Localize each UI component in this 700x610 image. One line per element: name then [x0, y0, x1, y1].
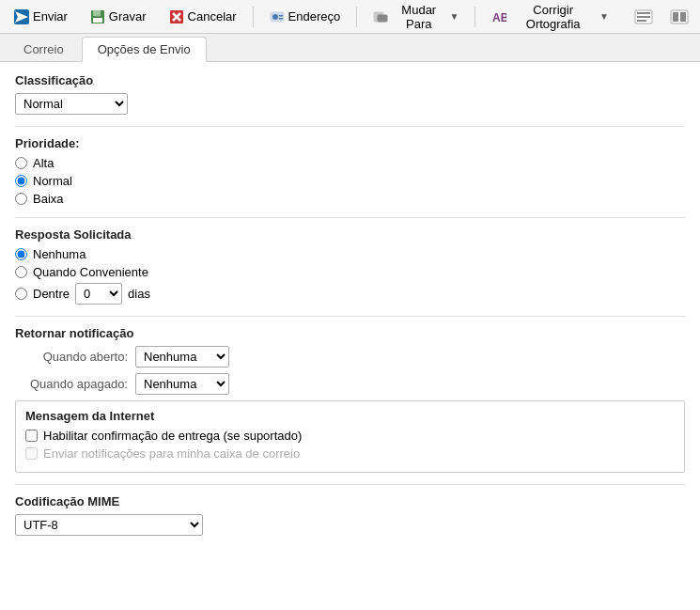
priority-normal-item[interactable]: Normal: [15, 174, 685, 188]
view1-icon: [634, 9, 653, 24]
resposta-dentre-radio[interactable]: [15, 288, 27, 300]
mime-section: Codificação MIME UTF-8 ISO-8859-1 US-ASC…: [15, 494, 685, 536]
tabs-bar: Correio Opções de Envio: [0, 34, 700, 62]
spell-dropdown-arrow: ▼: [599, 11, 609, 22]
priority-alta-item[interactable]: Alta: [15, 156, 685, 170]
resposta-nenhuma-item[interactable]: Nenhuma: [15, 247, 685, 261]
mime-label: Codificação MIME: [15, 494, 685, 508]
tab-correio[interactable]: Correio: [8, 37, 80, 61]
spell-button[interactable]: ABC Corrigir Ortografia ▼: [483, 0, 617, 35]
priority-alta-label: Alta: [33, 156, 54, 170]
toolbar: Enviar Gravar Cancelar: [0, 0, 700, 34]
move-dropdown-arrow: ▼: [449, 11, 459, 22]
priority-baixa-item[interactable]: Baixa: [15, 192, 685, 206]
checkbox-notif-item[interactable]: Enviar notificações para minha caixa de …: [25, 446, 675, 461]
cancel-label: Cancelar: [188, 9, 237, 23]
mime-select[interactable]: UTF-8 ISO-8859-1 US-ASCII ISO-2022-JP: [15, 514, 203, 536]
checkbox-entrega-item[interactable]: Habilitar confirmação de entrega (se sup…: [25, 429, 675, 443]
divider-1: [15, 126, 685, 127]
priority-normal-label: Normal: [33, 174, 72, 188]
resposta-conveniente-item[interactable]: Quando Conveniente: [15, 265, 685, 279]
resposta-nenhuma-radio[interactable]: [15, 248, 27, 260]
view2-icon: [670, 9, 689, 24]
address-button[interactable]: Endereço: [261, 6, 350, 28]
address-icon: [270, 9, 285, 24]
cancel-button[interactable]: Cancelar: [161, 6, 245, 28]
svg-rect-12: [378, 15, 387, 22]
quando-apagado-select[interactable]: Nenhuma Somente Confirmado Somente Abert…: [135, 373, 229, 395]
svg-rect-20: [680, 12, 686, 22]
separator-2: [356, 7, 357, 27]
move-icon: [373, 9, 388, 24]
priority-section: Prioridade: Alta Normal Baixa: [15, 136, 685, 206]
quando-aberto-label: Quando aberto:: [15, 350, 128, 364]
priority-normal-radio[interactable]: [15, 175, 27, 187]
days-label: dias: [128, 287, 150, 301]
resposta-nenhuma-label: Nenhuma: [33, 247, 86, 261]
internet-section: Mensagem da Internet Habilitar confirmaç…: [15, 400, 685, 473]
view2-button[interactable]: [664, 6, 694, 28]
move-label: Mudar Para: [390, 3, 447, 31]
priority-radio-group: Alta Normal Baixa: [15, 156, 685, 206]
spell-label: Corrigir Ortografia: [508, 3, 598, 31]
send-label: Enviar: [33, 9, 68, 23]
svg-rect-17: [637, 20, 646, 22]
svg-rect-15: [637, 12, 650, 14]
checkbox-notif[interactable]: [25, 447, 38, 460]
save-icon: [90, 9, 105, 24]
checkbox-entrega[interactable]: [25, 430, 38, 442]
svg-rect-3: [93, 18, 102, 23]
priority-label: Prioridade:: [15, 136, 685, 150]
classification-label: Classificação: [15, 73, 685, 87]
svg-rect-19: [673, 12, 678, 22]
quando-apagado-label: Quando apagado:: [15, 377, 128, 391]
separator-1: [253, 7, 254, 27]
retornar-aberto-row: Quando aberto: Nenhuma Somente Confirmad…: [15, 346, 685, 368]
resposta-label: Resposta Solicitada: [15, 227, 685, 242]
priority-baixa-radio[interactable]: [15, 193, 27, 205]
divider-2: [15, 217, 685, 218]
divider-4: [15, 484, 685, 485]
svg-text:ABC: ABC: [492, 11, 506, 24]
resposta-conveniente-radio[interactable]: [15, 266, 27, 278]
content-area: Classificação Normal Confidencial Pessoa…: [0, 62, 700, 610]
classification-section: Classificação Normal Confidencial Pessoa…: [15, 73, 685, 115]
move-button[interactable]: Mudar Para ▼: [365, 0, 467, 35]
svg-rect-16: [637, 16, 650, 18]
send-button[interactable]: Enviar: [6, 6, 76, 28]
checkbox-notif-label: Enviar notificações para minha caixa de …: [43, 446, 300, 461]
internet-box-title: Mensagem da Internet: [25, 409, 675, 423]
svg-rect-10: [279, 18, 283, 20]
retornar-section: Retornar notificação Quando aberto: Nenh…: [15, 326, 685, 395]
divider-3: [15, 316, 685, 317]
priority-alta-radio[interactable]: [15, 157, 27, 169]
resposta-dentre-item[interactable]: Dentre: [15, 287, 70, 301]
send-icon: [14, 9, 29, 24]
resposta-conveniente-label: Quando Conveniente: [33, 265, 148, 279]
priority-baixa-label: Baixa: [33, 192, 64, 206]
tab-opcoes-envio[interactable]: Opções de Envio: [82, 37, 207, 62]
days-select[interactable]: 0 1 2 3 7 14 30: [75, 283, 122, 305]
resposta-dentre-row: Dentre 0 1 2 3 7 14 30 dias: [15, 283, 685, 305]
cancel-icon: [169, 9, 184, 24]
resposta-dentre-label: Dentre: [33, 287, 70, 301]
svg-marker-0: [15, 11, 28, 23]
save-button[interactable]: Gravar: [82, 6, 155, 28]
resposta-radio-group: Nenhuma Quando Conveniente Dentre 0 1 2 …: [15, 247, 685, 305]
view1-button[interactable]: [629, 6, 659, 28]
separator-3: [474, 7, 475, 27]
retornar-apagado-row: Quando apagado: Nenhuma Somente Confirma…: [15, 373, 685, 395]
classification-select[interactable]: Normal Confidencial Pessoal Privado: [15, 93, 128, 115]
address-label: Endereço: [288, 9, 341, 23]
svg-rect-2: [93, 10, 101, 16]
save-label: Gravar: [109, 9, 147, 23]
resposta-section: Resposta Solicitada Nenhuma Quando Conve…: [15, 227, 685, 305]
checkbox-entrega-label: Habilitar confirmação de entrega (se sup…: [43, 429, 302, 443]
quando-aberto-select[interactable]: Nenhuma Somente Confirmado Somente Abert…: [135, 346, 229, 368]
svg-point-8: [272, 14, 278, 20]
retornar-label: Retornar notificação: [15, 326, 685, 340]
spell-icon: ABC: [491, 9, 506, 24]
svg-rect-9: [279, 15, 283, 17]
